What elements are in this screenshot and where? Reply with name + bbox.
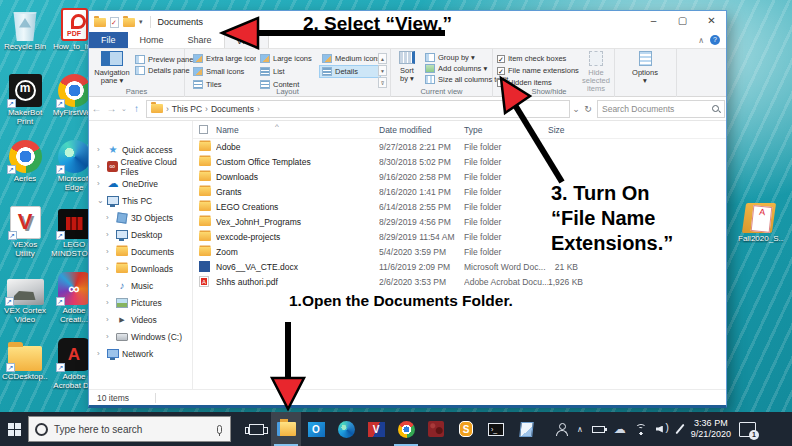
taskbar-chrome[interactable] — [391, 412, 421, 446]
action-center-button[interactable]: 1 — [739, 422, 756, 437]
ribbon-tab[interactable]: Share — [176, 32, 224, 48]
tree-chevron-icon[interactable]: › — [106, 298, 113, 307]
layout-option[interactable]: Details — [319, 65, 381, 78]
select-all-checkbox[interactable] — [199, 125, 208, 134]
table-row[interactable]: Adobe 9/27/2018 2:21 PM File folder — [193, 139, 726, 154]
checkbox-icon[interactable] — [497, 55, 505, 63]
table-row[interactable]: Vex_JohnH_Programs 8/29/2019 4:56 PM Fil… — [193, 214, 726, 229]
sidebar-item[interactable]: ⌄ This PC — [89, 192, 192, 209]
desktop-icon[interactable]: Fall2020_S... — [733, 196, 789, 243]
properties-icon[interactable] — [110, 17, 119, 28]
checkbox-icon[interactable] — [497, 79, 505, 87]
sort-by-button[interactable]: Sort by ▾ — [391, 51, 423, 83]
sidebar-item[interactable]: › Music — [89, 277, 192, 294]
desktop-icon[interactable]: VEXos Utility — [2, 202, 48, 268]
onedrive-cloud-icon[interactable]: ☁ — [614, 423, 626, 435]
taskbar-notepad[interactable] — [511, 412, 541, 446]
desktop-icon[interactable]: Aeries — [2, 136, 48, 202]
layout-option[interactable]: Extra large icons — [190, 52, 257, 65]
hidden-icons-chevron-icon[interactable]: ∧ — [577, 425, 583, 434]
tree-chevron-icon[interactable]: › — [97, 179, 104, 188]
recent-locations-icon[interactable]: ⌄ — [119, 105, 129, 113]
refresh-icon[interactable]: ↻ — [582, 104, 594, 114]
sidebar-item[interactable]: › Creative Cloud Files — [89, 158, 192, 175]
close-button[interactable]: ✕ — [697, 11, 726, 33]
table-row[interactable]: Shhs authori.pdf 2/6/2020 3:53 PM Adobe … — [193, 274, 726, 289]
breadcrumb-this-pc[interactable]: This PC — [172, 104, 202, 114]
microphone-icon[interactable] — [217, 425, 222, 434]
taskbar-file-explorer[interactable] — [271, 412, 301, 446]
tree-chevron-icon[interactable]: › — [97, 145, 104, 154]
checkbox-icon[interactable] — [497, 67, 505, 75]
layout-option[interactable]: List — [257, 65, 319, 78]
taskbar-robotc[interactable] — [421, 412, 451, 446]
column-header-date[interactable]: Date modified — [379, 125, 464, 135]
column-header-type[interactable]: Type — [464, 125, 548, 135]
desktop-icon[interactable]: MakerBot Print — [2, 70, 48, 136]
tree-chevron-icon[interactable]: ⌄ — [97, 196, 104, 205]
ribbon-tab[interactable]: File — [89, 32, 128, 48]
table-row[interactable]: Zoom 5/4/2020 3:59 PM File folder — [193, 244, 726, 259]
battery-icon[interactable] — [592, 426, 605, 433]
tree-chevron-icon[interactable]: › — [97, 162, 104, 171]
layout-option[interactable]: Large icons — [257, 52, 319, 65]
table-row[interactable]: Grants 8/16/2020 1:41 PM File folder — [193, 184, 726, 199]
navigation-pane-button[interactable]: Navigation pane ▾ — [91, 51, 133, 85]
show-hide-checkbox[interactable]: Hidden items — [497, 78, 579, 87]
sidebar-item[interactable]: › Quick access — [89, 141, 192, 158]
tree-chevron-icon[interactable]: › — [106, 281, 113, 290]
show-hide-checkbox[interactable]: Item check boxes — [497, 54, 579, 63]
tree-chevron-icon[interactable]: › — [106, 213, 113, 222]
search-icon[interactable] — [711, 104, 720, 113]
start-button[interactable] — [0, 412, 28, 446]
sidebar-item[interactable]: › Desktop — [89, 226, 192, 243]
ribbon-tab[interactable]: View — [224, 32, 269, 48]
sidebar-item[interactable]: › OneDrive — [89, 175, 192, 192]
column-header-size[interactable]: Size — [548, 125, 578, 135]
show-hide-checkbox[interactable]: File name extensions — [497, 66, 579, 75]
sidebar-item[interactable]: › Network — [89, 345, 192, 362]
forward-icon[interactable]: → — [104, 103, 119, 114]
ribbon-tab[interactable]: Home — [128, 32, 176, 48]
breadcrumb[interactable]: This PC Documents — [146, 100, 570, 118]
tree-chevron-icon[interactable]: › — [106, 230, 113, 239]
taskbar-vexcode[interactable] — [361, 412, 391, 446]
collapse-ribbon-icon[interactable]: ∧ — [698, 36, 704, 45]
taskbar-search-input[interactable]: Type here to search — [28, 416, 231, 442]
minimize-button[interactable]: – — [639, 11, 668, 33]
address-dropdown-icon[interactable]: ⌄ — [570, 104, 582, 114]
desktop-icon[interactable]: VEX Cortex Video Train... — [2, 268, 48, 334]
sidebar-item[interactable]: › 3D Objects — [89, 209, 192, 226]
pen-icon[interactable] — [675, 424, 684, 434]
taskbar-smart-notebook[interactable]: S — [451, 412, 481, 446]
layout-option[interactable]: Small icons — [190, 65, 257, 78]
sort-ascending-icon[interactable]: ^ — [275, 122, 279, 131]
desktop-icon[interactable]: Recycle Bin — [2, 4, 48, 70]
maximize-button[interactable]: ▢ — [668, 11, 697, 33]
column-header-name[interactable]: Name — [216, 125, 379, 135]
tree-chevron-icon[interactable]: › — [97, 349, 104, 358]
tree-chevron-icon[interactable]: › — [106, 315, 113, 324]
wifi-icon[interactable] — [635, 424, 647, 435]
gallery-down-icon[interactable]: ▼ — [378, 65, 387, 76]
table-row[interactable]: Custom Office Templates 8/30/2018 5:02 P… — [193, 154, 726, 169]
options-button[interactable]: Options ▾ — [623, 51, 667, 85]
taskbar-edge[interactable] — [331, 412, 361, 446]
taskbar-outlook[interactable] — [301, 412, 331, 446]
task-view-button[interactable] — [241, 412, 271, 446]
volume-icon[interactable] — [656, 424, 670, 435]
tree-chevron-icon[interactable]: › — [106, 264, 113, 273]
sidebar-item[interactable]: › Videos — [89, 311, 192, 328]
new-folder-icon[interactable] — [123, 18, 135, 27]
back-icon[interactable]: ← — [89, 103, 104, 114]
table-row[interactable]: Nov6__VA_CTE.docx 11/6/2019 2:09 PM Micr… — [193, 259, 726, 274]
gallery-up-icon[interactable]: ▲ — [378, 53, 387, 64]
taskbar-command-prompt[interactable]: ›_ — [481, 412, 511, 446]
taskbar-clock[interactable]: 3:36 PM 9/21/2020 — [691, 418, 731, 440]
table-row[interactable]: vexcode-projects 8/29/2019 11:54 AM File… — [193, 229, 726, 244]
sidebar-item[interactable]: › Pictures — [89, 294, 192, 311]
breadcrumb-documents[interactable]: Documents — [211, 104, 254, 114]
layout-option[interactable]: Medium icons — [319, 52, 381, 65]
people-icon[interactable] — [555, 423, 568, 436]
tree-chevron-icon[interactable]: › — [106, 332, 113, 341]
